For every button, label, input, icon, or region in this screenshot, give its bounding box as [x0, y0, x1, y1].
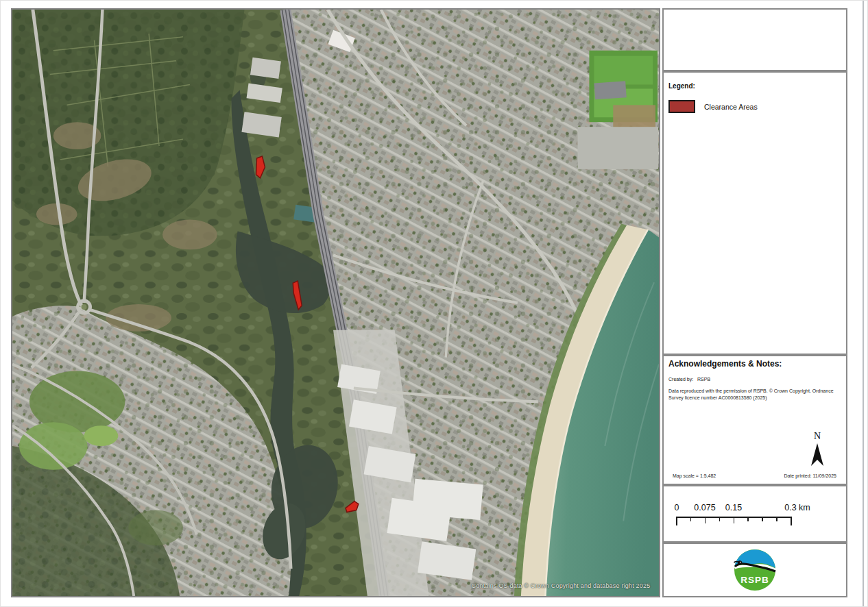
map-canvas: Contains OS data © Crown Copyright and d… [11, 8, 660, 597]
legend-swatch [668, 100, 695, 113]
scalebar: 0 0.075 0.15 0.3 km [675, 503, 826, 534]
legend-item: Clearance Areas [668, 100, 758, 113]
rspb-logo: RSPB [733, 544, 777, 596]
logo-box: RSPB [662, 543, 847, 597]
rspb-logo-text: RSPB [740, 575, 769, 585]
scalebar-label: 0 [675, 503, 679, 512]
license-note-text: Data reproduced with the permission of R… [668, 388, 839, 401]
north-label: N [805, 432, 830, 441]
created-by-text: Created by: RSPB [668, 377, 710, 382]
scalebar-box: 0 0.075 0.15 0.3 km [662, 485, 847, 543]
layout-panel: Legend: Clearance Areas Acknowledgements… [662, 8, 847, 597]
roundabout [82, 304, 87, 310]
north-arrow: N [805, 432, 830, 467]
sports-fields [578, 51, 659, 169]
print-layout-page: Contains OS data © Crown Copyright and d… [0, 0, 868, 607]
page-edge-line [863, 1, 864, 607]
acknowledgements-box: Acknowledgements & Notes: Created by: RS… [662, 355, 847, 485]
rspb-logo-icon: RSPB [733, 544, 777, 593]
north-arrow-icon [810, 443, 825, 467]
scalebar-label: 0.3 km [784, 503, 810, 512]
aerial-imagery-svg [12, 10, 659, 596]
acknowledgements-title: Acknowledgements & Notes: [668, 359, 782, 369]
date-printed-text: Date printed: 11/09/2025 [784, 473, 836, 478]
map-scale-text: Map scale = 1:5,482 [673, 473, 716, 478]
scalebar-label: 0.075 [694, 503, 715, 512]
legend-box: Legend: Clearance Areas [662, 71, 847, 355]
legend-title: Legend: [668, 82, 695, 90]
legend-item-label: Clearance Areas [704, 103, 758, 111]
scalebar-label: 0.15 [725, 503, 742, 512]
title-box [662, 8, 847, 71]
